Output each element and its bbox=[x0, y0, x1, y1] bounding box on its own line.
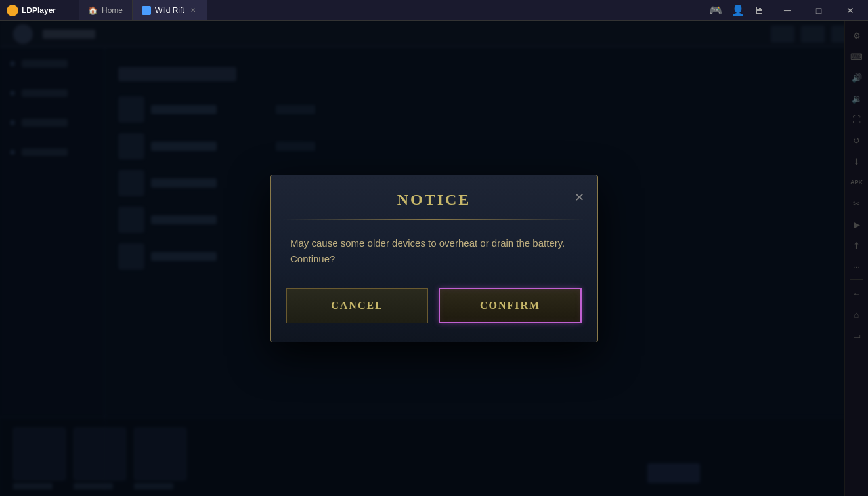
app-name: LDPlayer bbox=[22, 6, 56, 15]
notice-header: NOTICE ✕ bbox=[271, 175, 597, 219]
gamepad-icon[interactable]: 🎮 bbox=[709, 4, 722, 16]
tab-wildrift[interactable]: Wild Rift ✕ bbox=[133, 0, 207, 20]
dialog-title: NOTICE bbox=[397, 191, 471, 208]
title-bar: LDPlayer 🏠 Home Wild Rift ✕ 🎮 👤 🖥 ─ □ ✕ bbox=[0, 0, 868, 21]
tab-bar: 🏠 Home Wild Rift ✕ bbox=[79, 0, 207, 20]
notice-dialog: NOTICE ✕ May cause some older devices to… bbox=[270, 175, 598, 342]
wildrift-tab-icon bbox=[142, 6, 151, 15]
account-icon[interactable]: 👤 bbox=[731, 4, 745, 16]
display-icon[interactable]: 🖥 bbox=[754, 5, 764, 16]
dialog-close-button[interactable]: ✕ bbox=[572, 189, 587, 206]
tab-home[interactable]: 🏠 Home bbox=[79, 0, 133, 20]
tab-wildrift-label: Wild Rift bbox=[155, 6, 184, 15]
logo-icon bbox=[7, 5, 18, 16]
app-logo: LDPlayer bbox=[0, 5, 79, 16]
main-area: NOTICE ✕ May cause some older devices to… bbox=[0, 21, 868, 496]
modal-overlay: NOTICE ✕ May cause some older devices to… bbox=[0, 21, 868, 496]
toolbar-icons: 🎮 👤 🖥 bbox=[703, 4, 771, 16]
cancel-button[interactable]: CANCEL bbox=[286, 288, 428, 323]
tab-close-icon[interactable]: ✕ bbox=[188, 6, 198, 15]
confirm-button[interactable]: CONFIRM bbox=[439, 288, 582, 323]
close-button[interactable]: ✕ bbox=[835, 0, 865, 21]
dialog-buttons: CANCEL CONFIRM bbox=[271, 283, 597, 342]
window-controls: 🎮 👤 🖥 ─ □ ✕ bbox=[703, 0, 868, 21]
dialog-message: May cause some older devices to overheat… bbox=[271, 220, 597, 283]
dialog-message-text: May cause some older devices to overheat… bbox=[290, 238, 565, 264]
minimize-button[interactable]: ─ bbox=[772, 0, 802, 21]
tab-home-label: Home bbox=[102, 6, 123, 15]
home-icon: 🏠 bbox=[88, 6, 98, 15]
maximize-button[interactable]: □ bbox=[804, 0, 834, 21]
